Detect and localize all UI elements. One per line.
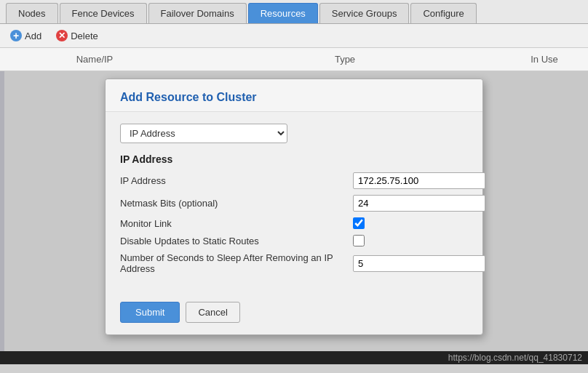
disable-updates-label: Disable Updates to Static Routes: [120, 236, 353, 246]
status-bar: https://blog.csdn.net/qq_41830712: [0, 351, 588, 364]
delete-label: Delete: [71, 31, 98, 41]
disable-updates-row: Disable Updates to Static Routes: [120, 235, 468, 246]
tab-resources[interactable]: Resources: [248, 3, 318, 23]
main-area: Add Resource to Cluster IP AddressScript…: [0, 71, 588, 364]
dialog-title: Add Resource to Cluster: [106, 79, 482, 112]
add-icon: +: [10, 30, 22, 41]
sleep-seconds-row: Number of Seconds to Sleep After Removin…: [120, 252, 468, 274]
disable-updates-checkbox[interactable]: [353, 235, 365, 246]
ip-address-row: IP Address: [120, 172, 468, 189]
add-label: Add: [25, 31, 41, 41]
dialog-overlay: Add Resource to Cluster IP AddressScript…: [0, 71, 588, 364]
tab-nodes[interactable]: Nodes: [6, 3, 58, 23]
col-name-header: Name/IP: [0, 51, 189, 68]
delete-icon: ✕: [56, 30, 68, 41]
monitor-link-row: Monitor Link: [120, 217, 468, 229]
tab-service-groups[interactable]: Service Groups: [319, 3, 410, 23]
resource-type-select[interactable]: IP AddressScriptNFS MountNFS ExportSamba…: [120, 124, 287, 143]
netmask-row: Netmask Bits (optional): [120, 195, 468, 212]
cancel-button[interactable]: Cancel: [186, 302, 239, 323]
form-fields: IP Address Netmask Bits (optional) Monit…: [120, 172, 468, 274]
table-header: Name/IP Type In Use: [0, 48, 588, 71]
tab-configure[interactable]: Configure: [410, 3, 476, 23]
tab-fence-devices[interactable]: Fence Devices: [60, 3, 147, 23]
ip-address-label: IP Address: [120, 175, 353, 186]
sleep-seconds-label: Number of Seconds to Sleep After Removin…: [120, 252, 353, 274]
netmask-label: Netmask Bits (optional): [120, 198, 353, 209]
dialog-footer: Submit Cancel: [106, 292, 482, 334]
submit-button[interactable]: Submit: [120, 302, 180, 323]
sleep-seconds-input[interactable]: [353, 255, 485, 272]
dialog-body: IP AddressScriptNFS MountNFS ExportSamba…: [106, 112, 482, 292]
tab-bar: NodesFence DevicesFailover DomainsResour…: [0, 0, 588, 24]
toolbar: + Add ✕ Delete: [0, 24, 588, 48]
ip-address-section-title: IP Address: [120, 153, 468, 165]
tab-failover-domains[interactable]: Failover Domains: [148, 3, 247, 23]
monitor-link-checkbox[interactable]: [353, 217, 365, 229]
col-inuse-header: In Use: [501, 51, 588, 68]
status-url: https://blog.csdn.net/qq_41830712: [448, 353, 582, 363]
col-type-header: Type: [189, 51, 501, 68]
add-button[interactable]: + Add: [7, 28, 44, 43]
add-resource-dialog: Add Resource to Cluster IP AddressScript…: [105, 79, 483, 335]
delete-button[interactable]: ✕ Delete: [53, 28, 101, 43]
monitor-link-label: Monitor Link: [120, 218, 353, 229]
netmask-input[interactable]: [353, 195, 485, 212]
ip-address-input[interactable]: [353, 172, 485, 189]
